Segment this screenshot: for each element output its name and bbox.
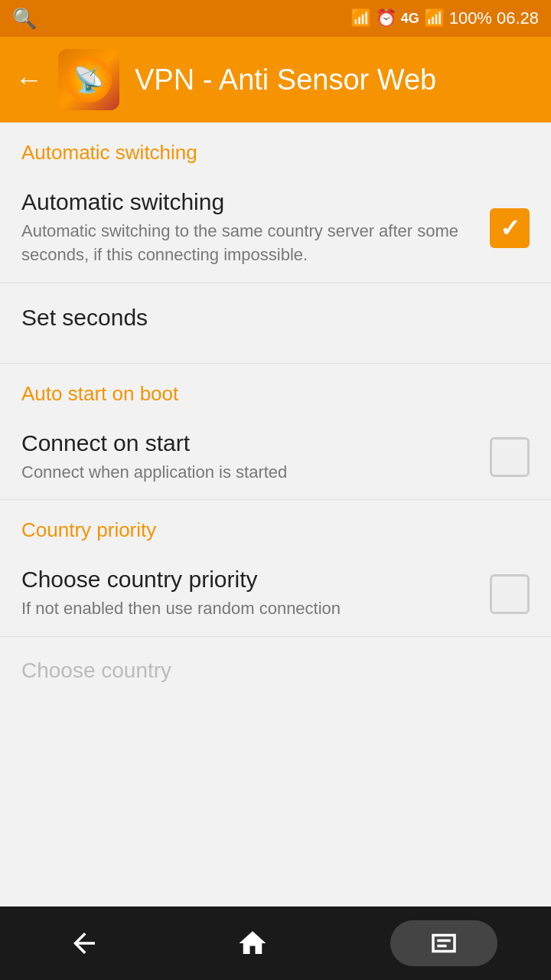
setting-desc-connect-on-start: Connect when application is started: [21, 461, 474, 485]
choose-country-row[interactable]: Choose country: [0, 636, 551, 704]
app-logo: 📡: [58, 49, 119, 110]
signal-icon: 📶: [350, 8, 371, 28]
setting-title-choose-country-priority: Choose country priority: [21, 567, 474, 593]
nav-recents-icon: [428, 927, 460, 959]
section-header-automatic-switching: Automatic switching: [0, 122, 551, 174]
section-header-country-priority: Country priority: [0, 500, 551, 551]
clock: 06.28: [497, 8, 539, 28]
nav-back-button[interactable]: [54, 920, 115, 966]
setting-title-connect-on-start: Connect on start: [21, 430, 474, 456]
status-bar-left: 🔍: [12, 7, 37, 31]
checkbox-choose-country-priority[interactable]: [490, 574, 530, 614]
search-icon: 🔍: [12, 7, 37, 31]
alarm-icon: ⏰: [376, 8, 396, 28]
status-bar: 🔍 📶 ⏰ 4G 📶 100% 06.28: [0, 0, 551, 37]
nav-home-icon: [236, 927, 269, 959]
battery-text: 100%: [449, 8, 492, 28]
setting-row-choose-country-priority-text: Choose country priority If not enabled t…: [21, 567, 490, 621]
choose-country-placeholder: Choose country: [21, 658, 171, 682]
setting-desc-auto-switch: Automatic switching to the same country …: [21, 220, 474, 267]
checkbox-connect-on-start[interactable]: [490, 437, 530, 477]
nav-recents-button[interactable]: [390, 920, 497, 966]
section-header-auto-start: Auto start on boot: [0, 364, 551, 415]
status-bar-right: 📶 ⏰ 4G 📶 100% 06.28: [350, 8, 539, 28]
back-button[interactable]: ←: [15, 64, 43, 96]
setting-row-choose-country-priority[interactable]: Choose country priority If not enabled t…: [0, 551, 551, 636]
signal-bars-icon: 📶: [424, 8, 445, 28]
app-bar: ← 📡 VPN - Anti Sensor Web: [0, 37, 551, 122]
setting-title-auto-switch: Automatic switching: [21, 189, 474, 215]
checkbox-auto-switch[interactable]: [490, 208, 530, 248]
set-seconds-row[interactable]: Set seconds: [0, 283, 551, 363]
app-logo-inner: 📡: [66, 57, 112, 103]
setting-desc-choose-country-priority: If not enabled then use random connectio…: [21, 597, 474, 621]
nav-back-icon: [68, 927, 100, 959]
setting-row-connect-on-start[interactable]: Connect on start Connect when applicatio…: [0, 415, 551, 500]
content-area: Automatic switching Automatic switching …: [0, 122, 551, 906]
setting-row-auto-switch-text: Automatic switching Automatic switching …: [21, 189, 490, 267]
wifi-shield-icon: 📡: [73, 65, 104, 94]
setting-title-set-seconds: Set seconds: [21, 305, 530, 331]
app-title: VPN - Anti Sensor Web: [135, 64, 436, 96]
bottom-nav: [0, 906, 551, 980]
setting-row-connect-on-start-text: Connect on start Connect when applicatio…: [21, 430, 490, 485]
nav-home-button[interactable]: [222, 920, 283, 966]
network-4g-icon: 4G: [401, 11, 419, 27]
setting-row-auto-switch[interactable]: Automatic switching Automatic switching …: [0, 174, 551, 283]
